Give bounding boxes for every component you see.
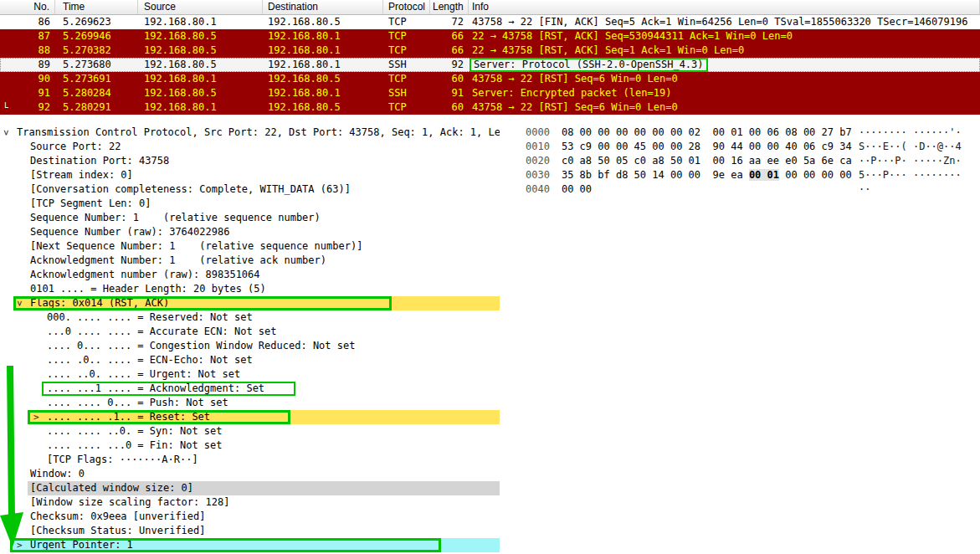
detail-calc-window[interactable]: [Calculated window size: 0] xyxy=(0,481,500,495)
annotation-box: Server: Protocol (SSH-2.0-OpenSSH_4.3) xyxy=(469,58,708,72)
detail-seq-num[interactable]: Sequence Number: 1 (relative sequence nu… xyxy=(0,211,500,225)
packet-time: 5.270382 xyxy=(55,44,138,58)
annotation-box xyxy=(10,538,441,552)
packet-row-89[interactable]: 895.273680192.168.80.5192.168.80.1SSH92S… xyxy=(0,58,980,72)
packet-destination: 192.168.80.1 xyxy=(263,58,383,72)
packet-details-pane[interactable]: >Transmission Control Protocol, Src Port… xyxy=(0,122,500,554)
detail-text: .... 0... .... = Congestion Window Reduc… xyxy=(47,339,355,353)
detail-text: Window: 0 xyxy=(30,467,85,481)
hex-bytes: 08 00 00 00 00 00 00 02 00 01 00 06 08 0… xyxy=(562,126,852,140)
annotation-box xyxy=(28,410,290,424)
detail-seq-raw[interactable]: Sequence Number (raw): 3764022986 xyxy=(0,225,500,239)
packet-info: 43758 → 22 [RST] Seq=6 Win=0 Len=0 xyxy=(469,72,980,86)
detail-reset[interactable]: >.... .... .1.. = Reset: Set xyxy=(0,410,500,424)
hex-row-0020[interactable]: 0020c0 a8 50 05 c0 a8 50 01 00 16 aa ee … xyxy=(526,154,980,168)
detail-dst-port[interactable]: Destination Port: 43758 xyxy=(0,154,500,168)
detail-text: Acknowledgment Number: 1 (relative ack n… xyxy=(30,254,326,268)
packet-length: 66 xyxy=(430,29,469,44)
column-header-info[interactable]: Info xyxy=(469,0,980,14)
detail-flags[interactable]: >Flags: 0x014 (RST, ACK) xyxy=(0,296,500,310)
hex-row-0010[interactable]: 001053 c9 00 00 45 00 00 28 90 44 00 00 … xyxy=(526,140,980,154)
hex-row-0030[interactable]: 003035 8b bf d8 50 14 00 00 9e ea 00 01 … xyxy=(526,168,980,182)
detail-text: [Conversation completeness: Complete, WI… xyxy=(30,182,351,197)
detail-fin[interactable]: .... .... ...0 = Fin: Not set xyxy=(0,439,500,453)
packet-no: 90 xyxy=(0,72,55,86)
packet-length: 72 xyxy=(430,15,469,29)
packet-source: 192.168.80.1 xyxy=(138,100,263,115)
detail-ack-num[interactable]: Acknowledgment Number: 1 (relative ack n… xyxy=(0,254,500,268)
packet-row-90[interactable]: 905.273691192.168.80.1192.168.80.5TCP604… xyxy=(0,72,980,86)
detail-text: [Calculated window size: 0] xyxy=(30,481,193,495)
detail-cwr[interactable]: .... 0... .... = Congestion Window Reduc… xyxy=(0,339,500,353)
detail-accurate-ecn[interactable]: ...0 .... .... = Accurate ECN: Not set xyxy=(0,325,500,339)
packet-time: 5.280291 xyxy=(55,100,138,115)
column-header-time[interactable]: Time xyxy=(55,0,138,14)
column-header-no[interactable]: No. xyxy=(0,0,55,14)
packet-destination: 192.168.80.1 xyxy=(263,86,383,100)
detail-ack-flag[interactable]: .... ...1 .... = Acknowledgment: Set xyxy=(0,382,500,396)
packet-row-91[interactable]: 915.280284192.168.80.5192.168.80.1SSH91S… xyxy=(0,86,980,100)
hex-offset: 0000 xyxy=(526,126,550,138)
packet-row-92[interactable]: 925.280291192.168.80.1192.168.80.5TCP604… xyxy=(0,100,980,115)
packet-time: 5.280284 xyxy=(55,86,138,100)
packet-time: 5.269946 xyxy=(55,29,138,44)
detail-header-len[interactable]: 0101 .... = Header Length: 20 bytes (5) xyxy=(0,282,500,296)
detail-push[interactable]: .... .... 0... = Push: Not set xyxy=(0,396,500,410)
detail-text: [TCP Flags: ·······A·R··] xyxy=(47,453,198,467)
hex-row-0040[interactable]: 004000 00·· xyxy=(526,182,980,197)
detail-tcp-root[interactable]: >Transmission Control Protocol, Src Port… xyxy=(0,126,500,140)
column-header-protocol[interactable]: Protocol xyxy=(383,0,430,14)
detail-ecn-echo[interactable]: .... .0.. .... = ECN-Echo: Not set xyxy=(0,353,500,367)
packet-length: 66 xyxy=(430,44,469,58)
detail-segment-len[interactable]: [TCP Segment Len: 0] xyxy=(0,197,500,211)
detail-text: [Window size scaling factor: 128] xyxy=(30,495,229,510)
packet-info: 43758 → 22 [FIN, ACK] Seq=5 Ack=1 Win=64… xyxy=(469,15,980,29)
detail-conv-completeness[interactable]: [Conversation completeness: Complete, WI… xyxy=(0,182,500,197)
detail-checksum-status[interactable]: [Checksum Status: Unverified] xyxy=(0,524,500,538)
hex-offset: 0040 xyxy=(526,183,550,195)
detail-urgent-pointer[interactable]: >Urgent Pointer: 1 xyxy=(0,538,500,552)
detail-reserved[interactable]: 000. .... .... = Reserved: Not set xyxy=(0,310,500,325)
detail-checksum[interactable]: Checksum: 0x9eea [unverified] xyxy=(0,510,500,524)
detail-window[interactable]: Window: 0 xyxy=(0,467,500,481)
packet-destination: 192.168.80.1 xyxy=(263,29,383,44)
selected-field-bytes: 00 01 xyxy=(749,169,779,181)
detail-text: [TCP Segment Len: 0] xyxy=(30,197,151,211)
detail-stream-index[interactable]: [Stream index: 0] xyxy=(0,168,500,182)
detail-src-port[interactable]: Source Port: 22 xyxy=(0,140,500,154)
packet-row-88[interactable]: 885.270382192.168.80.5192.168.80.1TCP662… xyxy=(0,44,980,58)
packet-protocol: SSH xyxy=(383,86,430,100)
hex-offset: 0010 xyxy=(526,141,550,152)
detail-scaling-factor[interactable]: [Window size scaling factor: 128] xyxy=(0,495,500,510)
detail-text: Checksum: 0x9eea [unverified] xyxy=(30,510,206,524)
packet-no: 89 xyxy=(0,58,55,72)
packet-bytes-pane[interactable]: 000008 00 00 00 00 00 00 02 00 01 00 06 … xyxy=(509,122,980,554)
detail-text: [Checksum Status: Unverified] xyxy=(30,524,206,538)
packet-protocol: TCP xyxy=(383,29,430,44)
packet-info: 22 → 43758 [RST, ACK] Seq=530944311 Ack=… xyxy=(469,29,980,44)
hex-offset: 0020 xyxy=(526,155,550,167)
detail-text: [Next Sequence Number: 1 (relative seque… xyxy=(30,239,362,254)
packet-row-86[interactable]: 865.269623192.168.80.1192.168.80.5TCP724… xyxy=(0,15,980,29)
detail-syn[interactable]: .... .... ..0. = Syn: Not set xyxy=(0,424,500,439)
column-header-destination[interactable]: Destination xyxy=(263,0,383,14)
related-packet-marker-icon: └ xyxy=(3,100,8,115)
detail-text: Acknowledgment number (raw): 898351064 xyxy=(30,268,260,282)
detail-text: 000. .... .... = Reserved: Not set xyxy=(47,310,253,325)
hex-bytes: 00 00 xyxy=(562,182,852,197)
collapse-icon[interactable]: > xyxy=(0,130,13,136)
packet-row-87[interactable]: 875.269946192.168.80.5192.168.80.1TCP662… xyxy=(0,29,980,44)
packet-source: 192.168.80.1 xyxy=(138,72,263,86)
column-header-length[interactable]: Length xyxy=(430,0,469,14)
packet-destination: 192.168.80.5 xyxy=(263,15,383,29)
column-header-source[interactable]: Source xyxy=(138,0,263,14)
detail-next-seq[interactable]: [Next Sequence Number: 1 (relative seque… xyxy=(0,239,500,254)
hex-bytes: 53 c9 00 00 45 00 00 28 90 44 00 00 40 0… xyxy=(562,140,852,154)
packet-length: 91 xyxy=(430,86,469,100)
packet-protocol: SSH xyxy=(383,58,430,72)
hex-row-0000[interactable]: 000008 00 00 00 00 00 00 02 00 01 00 06 … xyxy=(526,126,980,140)
detail-ack-raw[interactable]: Acknowledgment number (raw): 898351064 xyxy=(0,268,500,282)
detail-urgent[interactable]: .... ..0. .... = Urgent: Not set xyxy=(0,367,500,382)
packet-time: 5.273680 xyxy=(55,58,138,72)
detail-tcp-flags-str[interactable]: [TCP Flags: ·······A·R··] xyxy=(0,453,500,467)
